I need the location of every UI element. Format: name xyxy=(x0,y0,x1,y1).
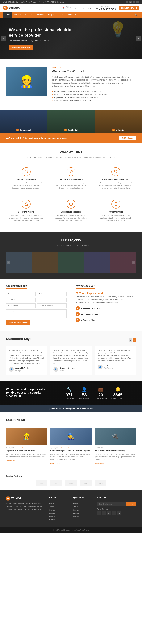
service-commercial[interactable]: ⚡ Commercial xyxy=(0,110,47,133)
footer-linkedin-icon[interactable]: in xyxy=(112,511,116,515)
footer-ql-portfolio-a[interactable]: Portfolio xyxy=(73,512,79,514)
nav-about[interactable]: About Us xyxy=(12,12,23,18)
news-title-1: Signs You May Need an Electrician xyxy=(6,450,47,452)
why-choose-section: Why Choose Us? 25 Years Experienced Effi… xyxy=(71,284,136,325)
news-text-1: Maecenas congue rutland vestibule maecen… xyxy=(6,453,47,458)
top-bar-left: Windfall Electrical Service WordPress Th… xyxy=(3,1,65,3)
nav-contact[interactable]: Contact Us xyxy=(65,12,78,18)
footer-ql-about[interactable]: About xyxy=(73,506,93,508)
customers-header: Customers Says ‹ › xyxy=(6,337,136,343)
email-input[interactable] xyxy=(6,298,36,302)
footer-link-home[interactable]: Home xyxy=(49,502,69,504)
service-input[interactable] xyxy=(37,304,66,308)
time-input[interactable] xyxy=(37,298,66,302)
service-24-text: 24/7 Service Providers xyxy=(81,313,100,315)
subscribe-button[interactable]: Submit xyxy=(126,502,136,506)
request-service-button[interactable]: Request Service xyxy=(119,6,139,10)
footer-link-home-a[interactable]: Home xyxy=(49,502,53,504)
author-location-3: San Francisco xyxy=(104,367,113,370)
phone-input[interactable] xyxy=(6,304,36,308)
offer-item-text: Traditionally, electricity is supplied t… xyxy=(99,214,133,222)
nav-pages[interactable]: Pages ▾ xyxy=(23,12,34,18)
service-industrial[interactable]: ⚡ Industrial xyxy=(95,110,142,133)
hero-next-arrow[interactable]: › xyxy=(136,36,140,40)
partner-logo-1: ABG xyxy=(36,480,47,486)
read-more-2[interactable]: Read More » xyxy=(50,462,60,464)
footer-link-services[interactable]: Services xyxy=(49,508,69,511)
offer-item-text: We provide responsible safety assessment… xyxy=(99,182,133,190)
social-twitter-icon[interactable]: t xyxy=(129,1,132,4)
project-item-3[interactable] xyxy=(58,252,84,273)
footer-ql-portfolio[interactable]: Portfolio xyxy=(73,512,93,514)
footer-link-portfolio-a[interactable]: Portfolio xyxy=(49,512,55,514)
nav-blog[interactable]: Blog ▾ xyxy=(56,12,65,18)
read-more-1[interactable]: Read More » xyxy=(6,460,15,462)
welcome-image: 👷 xyxy=(6,66,47,96)
footer-link-portfolio[interactable]: Portfolio xyxy=(49,512,69,514)
offer-maintenance-icon xyxy=(66,167,76,176)
social-google-icon[interactable]: g xyxy=(133,1,135,4)
footer-ql-home[interactable]: Home xyxy=(73,502,93,504)
project-item-2[interactable] xyxy=(32,252,58,273)
code-input[interactable] xyxy=(37,292,66,296)
partner-logo-5: Gcub xyxy=(95,480,106,486)
address-textarea[interactable] xyxy=(6,310,66,318)
footer-ql-contact[interactable]: Contact xyxy=(73,515,93,518)
nav-services[interactable]: Services ▾ xyxy=(34,12,46,18)
nav-home[interactable]: Home xyxy=(3,12,12,18)
read-more-3[interactable]: Read More » xyxy=(95,462,104,464)
logo[interactable]: W Windfall xyxy=(3,6,21,10)
news-header: Latest News More Posts xyxy=(6,418,136,424)
testimonials-prev-btn[interactable]: ‹ xyxy=(129,338,132,342)
footer-google-icon[interactable]: g+ xyxy=(107,511,111,515)
project-item-4[interactable] xyxy=(84,252,110,273)
news-image-1: 👷 xyxy=(6,428,47,445)
footer-link-privacy[interactable]: Privacy xyxy=(49,515,69,518)
footer-facebook-icon[interactable]: f xyxy=(97,511,101,515)
cta-button[interactable]: Call Us Today xyxy=(119,136,136,140)
footer-about: W Windfall We are trusted and reliable e… xyxy=(6,496,45,522)
check-item: ✔A full customer no-fill Workmanship & P… xyxy=(52,99,136,102)
stats-content: We are served peoples with reliable cost… xyxy=(6,387,136,400)
footer-ql-services[interactable]: Services xyxy=(73,508,93,511)
footer-ql-services-a[interactable]: Services xyxy=(73,509,80,511)
hero-prev-arrow[interactable]: ‹ xyxy=(2,36,6,40)
nav-search-icon[interactable]: 🔍 xyxy=(132,12,139,18)
testimonials-next-btn[interactable]: › xyxy=(133,338,136,342)
name-input[interactable] xyxy=(6,292,36,296)
footer-link-contact-a[interactable]: Contact xyxy=(49,519,55,520)
phone-label: Phone Number xyxy=(99,6,116,8)
social-linkedin-icon[interactable]: in xyxy=(136,1,139,4)
footer-link-contact[interactable]: Contact xyxy=(49,518,69,521)
footer-link-about-a[interactable]: About xyxy=(49,506,53,508)
offer-item-text: The art electrical installations that pr… xyxy=(9,182,43,190)
news-image-3: 🔌 xyxy=(95,428,136,445)
footer-link-services-a[interactable]: Services xyxy=(49,509,55,511)
news-title-3: An Overview of Electronics Industry xyxy=(95,450,136,452)
footer-ql-about-a[interactable]: About xyxy=(73,506,78,508)
stat-customers-label: Happy Customers xyxy=(111,398,124,400)
check-text: All our Electricians Operate to Current … xyxy=(54,90,101,92)
subscribe-email-input[interactable] xyxy=(97,502,126,506)
subscribe-form: Submit xyxy=(97,502,136,506)
why-item-affordable: $ Affordable Price xyxy=(76,318,136,322)
projects-next-arrow[interactable]: › xyxy=(132,261,135,264)
social-connect: Social Connect f t g+ in ▶ xyxy=(97,508,136,515)
more-posts-link[interactable]: More Posts xyxy=(128,420,136,422)
nav-shop[interactable]: Shop ▾ xyxy=(46,12,56,18)
footer-youtube-icon[interactable]: ▶ xyxy=(117,511,121,515)
hero-cta-button[interactable]: Contact Us Today xyxy=(9,45,33,50)
footer-twitter-icon[interactable]: t xyxy=(102,511,106,515)
hero-subtitle: Providing the highest quality electrical… xyxy=(9,40,76,42)
footer-link-privacy-a[interactable]: Privacy xyxy=(49,516,55,517)
social-facebook-icon[interactable]: f xyxy=(126,1,128,4)
footer-link-about[interactable]: About xyxy=(49,506,69,508)
footer-logo-text: Windfall xyxy=(11,497,22,500)
footer-ql-contact-a[interactable]: Contact xyxy=(73,516,79,517)
footer-ql-home-a[interactable]: Home xyxy=(73,502,78,504)
service-residential[interactable]: ⚡ Residential xyxy=(47,110,95,133)
make-appointment-button[interactable]: Make An Appointment xyxy=(6,320,30,325)
projects-prev-arrow[interactable]: ‹ xyxy=(7,261,10,264)
welcome-checklist: ✔All our Electricians Operate to Current… xyxy=(52,90,136,102)
social-connect-label: Social Connect xyxy=(97,508,136,510)
